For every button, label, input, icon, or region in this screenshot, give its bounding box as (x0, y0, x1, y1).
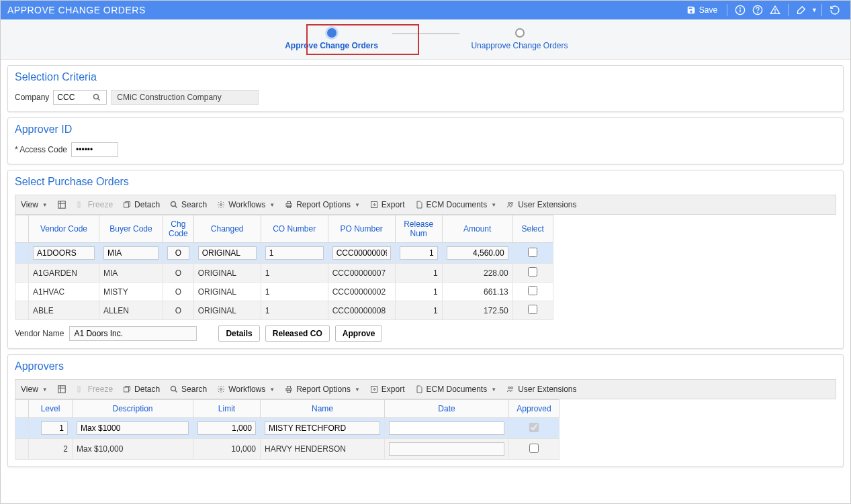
release-num-cell[interactable] (400, 246, 438, 260)
buyer-code-cell[interactable] (103, 246, 159, 260)
released-co-button[interactable]: Released CO (265, 325, 330, 342)
workflows-menu[interactable]: Workflows▼ (216, 200, 275, 209)
freeze-button: Freeze (76, 200, 113, 209)
edit-icon[interactable] (795, 3, 808, 17)
export-button[interactable]: Export (369, 200, 405, 209)
approved-checkbox[interactable] (529, 444, 539, 453)
po-number-cell[interactable] (332, 246, 391, 260)
detach-button[interactable]: Detach (122, 200, 160, 209)
col-co-number[interactable]: CO Number (261, 215, 328, 243)
select-checkbox[interactable] (528, 267, 537, 276)
select-checkbox[interactable] (528, 305, 537, 314)
company-input[interactable] (53, 90, 107, 105)
access-code-label: Access Code (15, 145, 67, 154)
save-button[interactable]: Save (681, 5, 723, 15)
col-level[interactable]: Level (29, 400, 73, 418)
table-row[interactable] (15, 243, 553, 264)
format-icon[interactable] (57, 200, 66, 209)
table-row[interactable] (15, 418, 559, 439)
col-vendor-code[interactable]: Vendor Code (29, 215, 99, 243)
col-limit[interactable]: Limit (193, 400, 261, 418)
report-options-menu[interactable]: Report Options▼ (284, 385, 360, 394)
svg-point-4 (758, 12, 758, 13)
col-buyer-code[interactable]: Buyer Code (99, 215, 163, 243)
format-icon[interactable] (57, 385, 66, 394)
company-label: Company (15, 93, 49, 102)
report-options-menu[interactable]: Report Options▼ (284, 200, 360, 209)
search-icon (169, 200, 179, 209)
detach-button[interactable]: Detach (122, 385, 160, 394)
co-number-cell[interactable] (265, 246, 324, 260)
user-extensions-icon (506, 385, 515, 394)
user-extensions-icon (506, 200, 515, 209)
details-button[interactable]: Details (218, 325, 259, 342)
user-extensions-button[interactable]: User Extensions (506, 385, 576, 394)
select-po-title: Select Purchase Orders (8, 170, 843, 192)
col-select[interactable]: Select (512, 215, 553, 243)
warning-icon[interactable] (768, 3, 782, 17)
freeze-icon (76, 385, 85, 394)
approved-checkbox (529, 423, 539, 432)
select-checkbox[interactable] (528, 286, 537, 295)
search-button[interactable]: Search (169, 385, 207, 394)
select-checkbox[interactable] (528, 248, 537, 257)
table-row[interactable]: A1GARDEN MIA O ORIGINAL 1 CCC00000007 1 … (15, 264, 553, 283)
purchase-orders-table: Vendor Code Buyer Code Chg Code Changed … (15, 215, 553, 320)
col-changed[interactable]: Changed (193, 215, 261, 243)
svg-point-20 (511, 203, 513, 205)
refresh-icon[interactable] (828, 3, 842, 17)
col-chg-code[interactable]: Chg Code (163, 215, 194, 243)
col-description[interactable]: Description (73, 400, 193, 418)
level-cell[interactable] (41, 421, 68, 435)
chevron-down-icon: ▼ (42, 202, 48, 208)
ecm-documents-menu[interactable]: ECM Documents▼ (414, 200, 497, 209)
search-icon (169, 385, 179, 394)
col-po-number[interactable]: PO Number (328, 215, 395, 243)
svg-line-13 (175, 206, 177, 208)
company-code-field[interactable] (54, 91, 93, 104)
table-row[interactable]: ABLE ALLEN O ORIGINAL 1 CCC00000008 1 17… (15, 301, 553, 320)
table-row[interactable]: A1HVAC MISTY O ORIGINAL 1 CCC00000002 1 … (15, 283, 553, 301)
svg-point-7 (94, 95, 99, 99)
vendor-name-field[interactable] (69, 326, 197, 341)
svg-rect-23 (124, 387, 129, 392)
user-extensions-button[interactable]: User Extensions (506, 200, 576, 209)
save-label: Save (699, 5, 717, 15)
svg-rect-21 (58, 386, 65, 393)
view-menu[interactable]: View▼ (21, 385, 48, 394)
help-icon[interactable] (751, 3, 764, 17)
document-icon (414, 385, 424, 394)
wizard-step-unapprove[interactable]: Unapprove Change Orders (459, 28, 580, 50)
workflows-menu[interactable]: Workflows▼ (216, 385, 275, 394)
description-cell[interactable] (77, 421, 189, 435)
search-button[interactable]: Search (169, 200, 207, 209)
table-row[interactable]: 2 Max $10,000 10,000 HARVY HENDERSON (15, 439, 559, 460)
col-date[interactable]: Date (385, 400, 509, 418)
col-approved[interactable]: Approved (509, 400, 559, 418)
changed-cell[interactable] (198, 246, 257, 260)
approvers-table: Level Description Limit Name Date Approv… (15, 399, 559, 460)
date-cell[interactable] (389, 421, 504, 435)
limit-cell[interactable] (197, 421, 256, 435)
col-amount[interactable]: Amount (442, 215, 512, 243)
chevron-down-icon: ▼ (269, 387, 275, 393)
export-button[interactable]: Export (369, 385, 405, 394)
amount-cell[interactable] (447, 246, 508, 260)
name-cell[interactable] (265, 421, 380, 435)
ecm-documents-menu[interactable]: ECM Documents▼ (414, 385, 497, 394)
view-menu[interactable]: View▼ (21, 200, 48, 209)
chevron-down-icon[interactable]: ▼ (811, 7, 817, 13)
svg-point-32 (511, 387, 513, 389)
col-release-num[interactable]: Release Num (395, 215, 442, 243)
info-icon[interactable] (733, 3, 747, 17)
highlight-box (306, 24, 419, 55)
page-title: APPROVE CHANGE ORDERS (7, 5, 146, 15)
vendor-code-cell[interactable] (33, 246, 95, 260)
access-code-field[interactable] (71, 142, 118, 157)
approve-button[interactable]: Approve (335, 325, 383, 342)
export-icon (369, 385, 379, 394)
col-name[interactable]: Name (261, 400, 385, 418)
chg-code-cell[interactable] (167, 246, 189, 260)
svg-rect-22 (78, 387, 80, 392)
search-icon[interactable] (93, 93, 106, 101)
